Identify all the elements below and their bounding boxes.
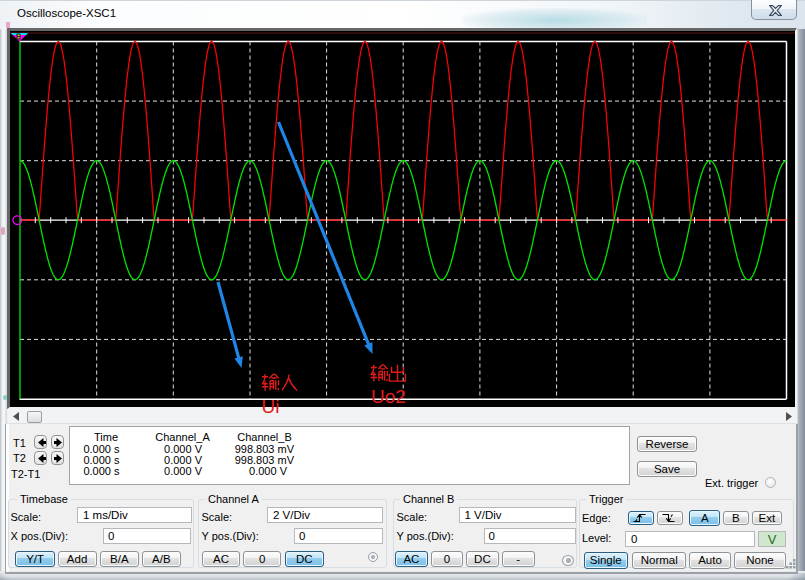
svg-text:Uo2: Uo2: [371, 386, 406, 407]
svg-text:Ui: Ui: [262, 396, 280, 417]
